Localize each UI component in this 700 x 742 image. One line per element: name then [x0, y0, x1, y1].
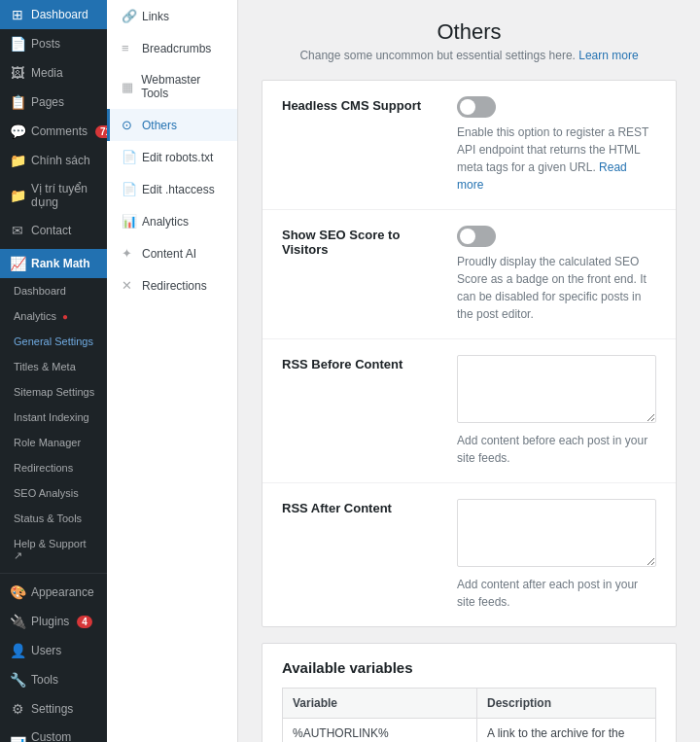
dashboard-icon: ⊞	[10, 7, 25, 22]
sidebar-item-rm-analytics[interactable]: Analytics ●	[0, 303, 107, 329]
sidebar-item-posts[interactable]: 📄 Posts	[0, 29, 107, 58]
plugin-nav-others[interactable]: ⊙ Others	[107, 109, 237, 141]
var-col-variable: Variable	[283, 689, 477, 719]
headless-cms-toggle[interactable]	[457, 96, 496, 118]
sidebar-item-chinh-sach[interactable]: 📁 Chính sách	[0, 146, 107, 175]
comments-icon: 💬	[10, 124, 25, 139]
sidebar-item-tools[interactable]: 🔧 Tools	[0, 665, 107, 694]
custom-fields-icon: 📊	[10, 736, 25, 742]
plugins-badge: 4	[77, 616, 92, 628]
sidebar-item-rm-redirections[interactable]: Redirections	[0, 455, 107, 480]
appearance-icon: 🎨	[10, 584, 25, 600]
plugin-nav-analytics[interactable]: 📊 Analytics	[107, 205, 237, 237]
posts-icon: 📄	[10, 36, 25, 52]
page-title: Others	[262, 19, 677, 45]
variables-table: Variable Description %AUTHORLINK%A link …	[282, 688, 656, 742]
rss-after-row: RSS After Content Add content after each…	[262, 483, 676, 626]
admin-sidebar: ⊞ Dashboard 📄 Posts 🖼 Media 📋 Pages 💬 Co…	[0, 0, 107, 742]
sidebar-item-users[interactable]: 👤 Users	[0, 636, 107, 665]
content-ai-nav-icon: ✦	[122, 246, 135, 261]
rss-before-row: RSS Before Content Add content before ea…	[262, 339, 676, 483]
sidebar-item-media[interactable]: 🖼 Media	[0, 58, 107, 88]
content-area: Others Change some uncommon but essentia…	[238, 0, 700, 742]
rss-after-label: RSS After Content	[282, 499, 438, 515]
seo-score-toggle-wrap	[457, 226, 656, 247]
plugin-nav-links[interactable]: 🔗 Links	[107, 0, 237, 32]
sidebar-item-rm-dashboard[interactable]: Dashboard	[0, 278, 107, 303]
sidebar-item-rm-sitemap[interactable]: Sitemap Settings	[0, 379, 107, 405]
var-description: A link to the archive for the post autho…	[477, 719, 656, 743]
seo-score-toggle-knob	[460, 229, 475, 244]
seo-score-toggle[interactable]	[457, 226, 496, 247]
plugin-nav-content-ai[interactable]: ✦ Content AI	[107, 237, 237, 269]
vi-tri-icon: 📁	[10, 188, 25, 203]
learn-more-link[interactable]: Learn more	[578, 49, 638, 62]
sidebar-item-rm-help[interactable]: Help & Support ↗	[0, 531, 107, 569]
links-nav-icon: 🔗	[122, 9, 135, 23]
sidebar-item-appearance[interactable]: 🎨 Appearance	[0, 578, 107, 607]
analytics-nav-icon: 📊	[122, 214, 135, 229]
sidebar-item-settings[interactable]: ⚙ Settings	[0, 694, 107, 724]
sidebar-item-pages[interactable]: 📋 Pages	[0, 88, 107, 117]
sidebar-item-rm-indexing[interactable]: Instant Indexing	[0, 405, 107, 430]
seo-score-row: Show SEO Score to Visitors Proudly displ…	[262, 210, 676, 339]
settings-card: Headless CMS Support Enable this option …	[262, 80, 677, 627]
plugin-nav-redirections[interactable]: ✕ Redirections	[107, 269, 237, 301]
headless-cms-toggle-wrap	[457, 96, 656, 118]
main-area: 🔗 Links ≡ Breadcrumbs ▦ Webmaster Tools …	[107, 0, 700, 742]
users-icon: 👤	[10, 643, 25, 658]
rss-before-label: RSS Before Content	[282, 355, 438, 371]
sidebar-item-rankmath[interactable]: 📈 Rank Math	[0, 249, 107, 278]
sidebar-item-rm-role[interactable]: Role Manager	[0, 430, 107, 455]
others-nav-icon: ⊙	[122, 118, 135, 132]
sidebar-item-contact[interactable]: ✉ Contact	[0, 216, 107, 245]
sidebar-item-comments[interactable]: 💬 Comments 71	[0, 117, 107, 146]
plugin-nav-htaccess[interactable]: 📄 Edit .htaccess	[107, 173, 237, 205]
rss-after-textarea[interactable]	[457, 499, 656, 567]
table-row: %AUTHORLINK%A link to the archive for th…	[283, 719, 656, 743]
var-col-description: Description	[477, 689, 656, 719]
seo-score-desc: Proudly display the calculated SEO Score…	[457, 253, 656, 323]
headless-cms-control: Enable this option to register a REST AP…	[457, 96, 656, 194]
seo-score-label: Show SEO Score to Visitors	[282, 226, 438, 257]
media-icon: 🖼	[10, 65, 25, 81]
seo-score-control: Proudly display the calculated SEO Score…	[457, 226, 656, 323]
contact-icon: ✉	[10, 223, 25, 238]
page-subtitle: Change some uncommon but essential setti…	[262, 49, 677, 62]
plugin-nav-webmaster[interactable]: ▦ Webmaster Tools	[107, 64, 237, 109]
sidebar-item-vi-tri[interactable]: 📁 Vị trí tuyển dụng	[0, 175, 107, 216]
sidebar-item-custom-fields[interactable]: 📊 Custom Fields	[0, 724, 107, 742]
redirections-nav-icon: ✕	[122, 278, 135, 293]
sidebar-item-rm-status[interactable]: Status & Tools	[0, 506, 107, 531]
plugins-icon: 🔌	[10, 614, 25, 629]
webmaster-nav-icon: ▦	[122, 80, 134, 94]
sidebar-item-rm-seo-analysis[interactable]: SEO Analysis	[0, 480, 107, 506]
plugin-sidebar: 🔗 Links ≡ Breadcrumbs ▦ Webmaster Tools …	[107, 0, 238, 742]
rankmath-icon: 📈	[10, 256, 25, 271]
settings-icon: ⚙	[10, 701, 25, 717]
headless-cms-desc: Enable this option to register a REST AP…	[457, 124, 656, 194]
sidebar-item-rm-titles[interactable]: Titles & Meta	[0, 354, 107, 379]
var-name: %AUTHORLINK%	[283, 719, 477, 743]
headless-cms-row: Headless CMS Support Enable this option …	[262, 81, 676, 210]
variables-section: Available variables Variable Description…	[262, 643, 677, 742]
plugin-nav-robots[interactable]: 📄 Edit robots.txt	[107, 141, 237, 173]
headless-cms-toggle-knob	[460, 99, 475, 115]
headless-cms-label: Headless CMS Support	[282, 96, 438, 113]
rss-before-control: Add content before each post in your sit…	[457, 355, 656, 467]
breadcrumbs-nav-icon: ≡	[122, 41, 135, 55]
rss-before-hint: Add content before each post in your sit…	[457, 432, 656, 467]
sidebar-item-plugins[interactable]: 🔌 Plugins 4	[0, 607, 107, 636]
sidebar-item-dashboard[interactable]: ⊞ Dashboard	[0, 0, 107, 29]
pages-icon: 📋	[10, 94, 25, 110]
htaccess-nav-icon: 📄	[122, 182, 135, 196]
sidebar-item-rm-general[interactable]: General Settings	[0, 329, 107, 354]
rss-after-hint: Add content after each post in your site…	[457, 576, 656, 611]
variables-title: Available variables	[282, 659, 656, 676]
robots-nav-icon: 📄	[122, 150, 135, 164]
chinh-sach-icon: 📁	[10, 153, 25, 168]
rss-after-control: Add content after each post in your site…	[457, 499, 656, 611]
plugin-nav-breadcrumbs[interactable]: ≡ Breadcrumbs	[107, 32, 237, 64]
rankmath-submenu: Dashboard Analytics ● General Settings T…	[0, 278, 107, 569]
rss-before-textarea[interactable]	[457, 355, 656, 423]
